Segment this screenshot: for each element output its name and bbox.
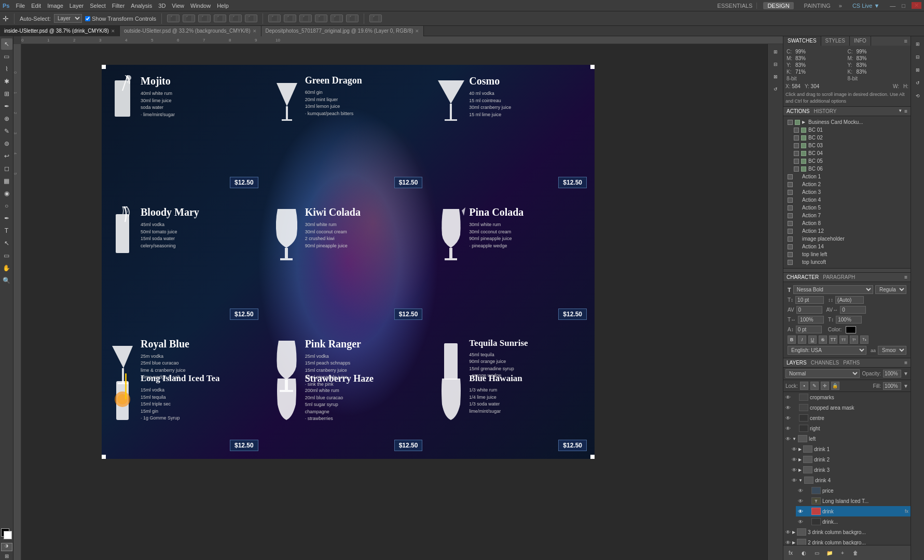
close-tab-0[interactable]: ✕ [111, 29, 115, 34]
distribute-top[interactable]: ⬛ [315, 15, 327, 22]
mini-tool-4[interactable]: ↺ [770, 83, 781, 95]
align-right[interactable]: ⬛ [198, 15, 211, 22]
action-row-top-line-left[interactable]: top line left [785, 250, 908, 258]
workspace-more[interactable]: » [839, 3, 842, 9]
action-row-top-luncoft[interactable]: top luncoft [785, 258, 908, 266]
layer-vis-drink-sub[interactable]: 👁 [798, 519, 803, 525]
align-bottom[interactable]: ⬛ [245, 15, 257, 22]
layer-vis-left[interactable]: 👁 [785, 436, 791, 442]
layer-new-fill[interactable]: ◐ [798, 547, 809, 558]
action-checkbox-1[interactable] [794, 128, 799, 133]
layer-long-island-text[interactable]: 👁 T Long Island Iced T... [796, 496, 911, 506]
corner-handle-tl[interactable] [102, 65, 106, 69]
kerning-input[interactable] [796, 306, 822, 314]
font-style-select[interactable]: RegularBoldItalic [875, 285, 906, 294]
workspace-design[interactable]: DESIGN [763, 2, 793, 9]
mini-tool-3[interactable]: ⊠ [770, 71, 781, 82]
distribute-center-h[interactable]: ⬛ [284, 15, 296, 22]
gradient-tool[interactable]: ▦ [1, 175, 12, 187]
auto-select-type[interactable]: LayerGroup [54, 14, 82, 23]
eraser-tool[interactable]: ◻ [1, 163, 12, 174]
action-checkbox-0[interactable] [788, 120, 793, 125]
align-top[interactable]: ⬛ [214, 15, 226, 22]
layer-vis-price[interactable]: 👁 [798, 488, 803, 494]
layer-drink3[interactable]: 👁 ▶ drink 3 [790, 465, 911, 475]
workspace-essentials[interactable]: ESSENTIALS [718, 3, 757, 9]
font-size-input[interactable] [795, 296, 824, 304]
document-canvas[interactable]: Mojito 40ml white rum 30ml lime juice so… [102, 65, 595, 459]
superscript-btn[interactable]: T² [850, 335, 858, 344]
layer-vis-centre[interactable]: 👁 [785, 415, 791, 421]
tab-depositphotos[interactable]: Depositphotos_5701877_original.jpg @ 19.… [261, 26, 424, 36]
align-center-h[interactable]: ⬛ [183, 15, 195, 22]
distribute-bottom[interactable]: ⬛ [346, 15, 358, 22]
close-btn[interactable]: ✕ [912, 2, 921, 9]
lock-transparent-pixels[interactable]: ▪ [800, 382, 808, 390]
far-right-tool-2[interactable]: ⊟ [912, 51, 923, 63]
show-transform-checkbox[interactable] [85, 16, 90, 21]
layer-fx-btn[interactable]: fx [785, 547, 796, 558]
tab-history[interactable]: HISTORY [813, 108, 836, 114]
menu-analysis[interactable]: Analysis [131, 3, 152, 9]
swatches-panel-menu[interactable]: ≡ [901, 36, 911, 46]
strikethrough-btn[interactable]: S [819, 335, 827, 344]
layer-new-btn[interactable]: + [837, 547, 848, 558]
bold-btn[interactable]: B [788, 335, 796, 344]
baseline-input[interactable] [796, 326, 822, 333]
action-row-bc02[interactable]: BC 02 [792, 134, 908, 142]
tab-paragraph[interactable]: PARAGRAPH [823, 274, 855, 280]
action-row-bc-mocku[interactable]: ▶ Business Card Mocku... [785, 118, 908, 126]
foreground-color[interactable] [1, 528, 12, 540]
layer-2drink-bg[interactable]: 👁 ▶ 2 drink column backgro... [783, 537, 911, 545]
corner-handle-tr[interactable] [590, 65, 595, 69]
allcaps-btn[interactable]: TT [829, 335, 837, 344]
corner-handle-br[interactable] [590, 455, 595, 459]
leading-input[interactable] [835, 296, 864, 304]
action-row-action3[interactable]: Action 3 [785, 188, 908, 196]
font-family-select[interactable]: Nessa Bold [793, 285, 873, 294]
eyedropper[interactable]: ✒ [1, 101, 12, 112]
layer-vis-cropmarks[interactable]: 👁 [785, 395, 791, 400]
mini-tool-2[interactable]: ⊟ [770, 59, 781, 70]
lock-position[interactable]: ✛ [821, 382, 829, 390]
blend-mode-select[interactable]: NormalMultiplyScreenOverlay [785, 369, 860, 378]
layer-vis-lit[interactable]: 👁 [798, 498, 803, 504]
layer-vis-2drink[interactable]: 👁 [785, 540, 791, 545]
layer-vis-drink2[interactable]: 👁 [792, 457, 797, 463]
action-row-bc05[interactable]: BC 05 [792, 157, 908, 165]
layer-drink1[interactable]: 👁 ▶ drink 1 [790, 444, 911, 454]
canvas-container[interactable]: ⊞ ⊟ ⊠ ↺ [21, 44, 783, 560]
layer-vis-drink1[interactable]: 👁 [792, 446, 797, 452]
far-right-tool-1[interactable]: ⊞ [912, 38, 923, 50]
zoom-tool[interactable]: 🔍 [1, 275, 12, 286]
screen-mode[interactable]: ⊞ [5, 553, 9, 559]
actions-panel-header[interactable]: ACTIONS HISTORY ▼ ≡ [783, 107, 911, 116]
menu-image[interactable]: Image [47, 3, 63, 9]
cs-live[interactable]: CS Live ▼ [852, 3, 879, 9]
action-row-bc04[interactable]: BC 04 [792, 149, 908, 157]
underline-btn[interactable]: U [808, 335, 817, 344]
layer-drink-sub[interactable]: 👁 drink... [796, 516, 911, 527]
layer-left-group[interactable]: 👁 ▼ left [783, 433, 911, 444]
distribute-center-v[interactable]: ⬛ [330, 15, 343, 22]
layer-3drink-bg[interactable]: 👁 ▶ 3 drink column backgro... [783, 527, 911, 537]
layer-drink2[interactable]: 👁 ▶ drink 2 [790, 454, 911, 465]
distribute-left[interactable]: ⬛ [268, 15, 281, 22]
layer-expand-drink4[interactable]: ▼ [798, 478, 803, 483]
mini-tool-1[interactable]: ⊞ [770, 46, 781, 58]
tab-actions[interactable]: ACTIONS [787, 108, 809, 114]
magic-wand[interactable]: ✱ [1, 76, 12, 87]
scale-h-input[interactable] [798, 316, 824, 324]
lock-all[interactable]: 🔒 [831, 382, 839, 390]
layer-expand-drink2[interactable]: ▶ [798, 457, 802, 462]
tab-paths[interactable]: PATHS [843, 360, 860, 366]
menu-edit[interactable]: Edit [31, 3, 41, 9]
action-row-image-placeholder[interactable]: image placeholder [785, 235, 908, 243]
move-tool-icon[interactable]: ✛ [3, 15, 9, 23]
workspace-painting[interactable]: PAINTING [800, 3, 831, 9]
layer-delete-btn[interactable]: 🗑 [850, 547, 861, 558]
action-row-bc06[interactable]: BC 06 [792, 165, 908, 173]
hand-tool[interactable]: ✋ [1, 262, 12, 274]
opacity-input[interactable] [883, 370, 901, 377]
layer-drink-selected[interactable]: 👁 drink fx [796, 506, 911, 516]
